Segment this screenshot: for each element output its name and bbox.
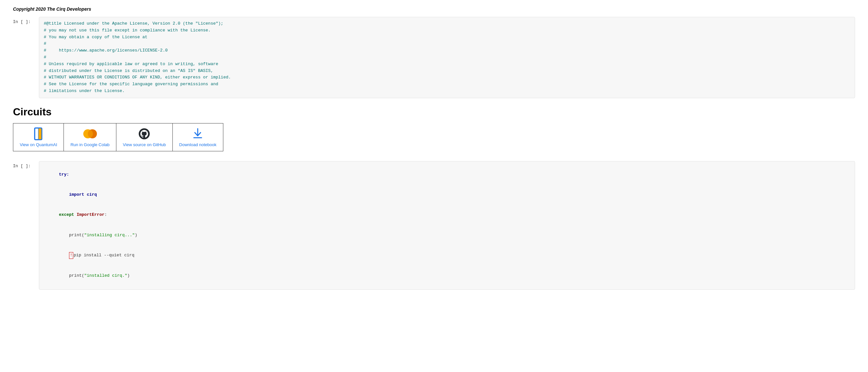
download-label: Download notebook	[179, 142, 217, 147]
code-try: try:	[44, 165, 850, 185]
quantumai-icon	[33, 127, 44, 140]
bang-icon: !	[69, 252, 73, 259]
download-icon	[193, 127, 203, 140]
code-line-9: # WITHOUT WARRANTIES OR CONDITIONS OF AN…	[44, 74, 850, 81]
colab-icon	[82, 127, 98, 140]
code-import: import cirq	[44, 185, 850, 205]
view-github-button[interactable]: View source on GitHub	[116, 123, 173, 151]
code-print1: print("installing cirq...")	[44, 225, 850, 245]
import-code-block: try: import cirq except ImportError: pri…	[39, 161, 855, 290]
code-print2: print("installed cirq.")	[44, 266, 850, 286]
download-notebook-button[interactable]: Download notebook	[173, 123, 223, 151]
code-line-2: # you may not use this file except in co…	[44, 27, 850, 34]
copyright-text: Copyright 2020 The Cirq Developers	[13, 6, 855, 12]
quantumai-label: View on QuantumAI	[20, 142, 57, 147]
section-title-circuits: Circuits	[13, 106, 855, 118]
code-line-7: # Unless required by applicable law or a…	[44, 61, 850, 68]
notebook-buttons: View on QuantumAI Run in Google Colab Vi…	[13, 123, 223, 151]
license-cell: In [ ]: #@title Licensed under the Apach…	[13, 17, 855, 98]
code-pip: !pip install --quiet cirq	[44, 245, 850, 266]
code-line-1: #@title Licensed under the Apache Licens…	[44, 21, 850, 27]
code-line-8: # distributed under the License is distr…	[44, 68, 850, 74]
run-colab-button[interactable]: Run in Google Colab	[64, 123, 116, 151]
code-line-5: # https://www.apache.org/licenses/LICENS…	[44, 47, 850, 54]
import-cell: In [ ]: try: import cirq except ImportEr…	[13, 161, 855, 290]
cell-label-license: In [ ]:	[13, 17, 39, 24]
github-icon	[138, 127, 150, 140]
code-line-11: # limitations under the License.	[44, 88, 850, 95]
github-label: View source on GitHub	[123, 142, 166, 147]
svg-marker-4	[38, 128, 42, 140]
code-line-6: #	[44, 54, 850, 61]
svg-rect-2	[35, 128, 38, 140]
code-except: except ImportError:	[44, 205, 850, 225]
code-line-3: # You may obtain a copy of the License a…	[44, 34, 850, 41]
view-quantumai-button[interactable]: View on QuantumAI	[13, 123, 64, 151]
colab-label: Run in Google Colab	[70, 142, 110, 147]
cell-label-import: In [ ]:	[13, 161, 39, 168]
license-code-block: #@title Licensed under the Apache Licens…	[39, 17, 855, 98]
code-line-4: #	[44, 40, 850, 47]
code-line-10: # See the License for the specific langu…	[44, 81, 850, 88]
